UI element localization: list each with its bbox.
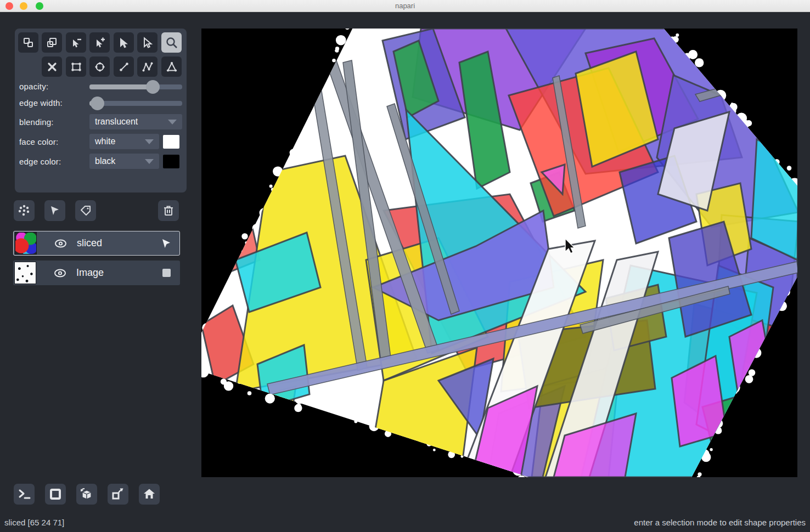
new-points-layer-icon [17, 203, 31, 218]
line-tool-icon [117, 60, 131, 73]
rectangle-tool-button[interactable] [66, 56, 86, 77]
image-layer-type-icon [160, 267, 173, 280]
zoom-icon [165, 36, 179, 50]
status-coordinates: sliced [65 24 71] [4, 518, 64, 527]
vertex-remove-button[interactable] [66, 32, 86, 53]
ellipse-tool-button[interactable] [89, 56, 110, 77]
ndisplay-toggle-button[interactable] [45, 484, 66, 505]
opacity-label: opacity: [19, 82, 48, 91]
chevron-down-icon [145, 139, 154, 144]
rectangle-tool-icon [70, 60, 83, 73]
layer-name: Image [76, 267, 104, 279]
move-front-icon [46, 36, 59, 49]
new-shapes-layer-button[interactable] [44, 200, 65, 221]
select-shapes-button[interactable] [114, 32, 134, 53]
console-icon [16, 486, 32, 502]
roll-dimensions-icon [78, 486, 95, 502]
blending-value: translucent [95, 117, 138, 127]
titlebar: napari [0, 0, 810, 12]
window-title: napari [0, 2, 810, 10]
face-color-label: face color: [19, 137, 58, 146]
vertex-remove-icon [70, 36, 83, 49]
console-button[interactable] [14, 484, 35, 505]
move-back-icon [22, 36, 35, 49]
polygon-tool-icon [165, 60, 178, 73]
visibility-eye-icon[interactable] [53, 239, 68, 248]
layer-name: sliced [77, 237, 102, 249]
move-front-button[interactable] [42, 32, 62, 53]
layer-thumbnail [14, 262, 36, 284]
delete-shape-icon [46, 60, 59, 73]
roll-dimensions-button[interactable] [76, 484, 97, 505]
edge-width-slider-handle[interactable] [91, 97, 104, 110]
layer-row-sliced[interactable]: sliced [13, 231, 180, 256]
vertex-insert-button[interactable] [89, 32, 110, 53]
visibility-eye-icon[interactable] [53, 268, 68, 278]
viewer-canvas[interactable] [201, 29, 797, 477]
layer-thumbnail [15, 232, 37, 254]
new-points-layer-button[interactable] [14, 200, 35, 221]
direct-select-icon [141, 36, 154, 49]
edge-color-dropdown[interactable]: black [89, 154, 159, 169]
opacity-slider[interactable] [89, 80, 182, 94]
chevron-down-icon [168, 120, 177, 124]
select-shapes-icon [117, 36, 131, 49]
new-labels-layer-button[interactable] [75, 200, 96, 221]
face-color-dropdown[interactable]: white [89, 134, 159, 149]
edge-width-slider[interactable] [89, 97, 182, 110]
delete-shape-button[interactable] [42, 56, 62, 77]
new-shapes-layer-icon [48, 203, 62, 218]
layer-row-image[interactable]: Image [13, 261, 180, 285]
pan-zoom-button[interactable] [161, 32, 182, 53]
vertex-insert-icon [93, 36, 106, 49]
path-tool-button[interactable] [137, 56, 158, 77]
delete-layer-icon [161, 203, 176, 218]
shapes-layer-type-icon [160, 237, 173, 250]
transpose-button[interactable] [108, 484, 128, 505]
direct-select-button[interactable] [137, 32, 158, 53]
line-tool-button[interactable] [114, 56, 134, 77]
move-back-button[interactable] [18, 32, 38, 53]
blending-label: blending: [19, 117, 54, 127]
new-labels-layer-icon [78, 203, 93, 218]
ndisplay-toggle-icon [48, 486, 63, 502]
edge-color-label: edge color: [19, 157, 61, 166]
polygon-tool-button[interactable] [161, 56, 182, 77]
ellipse-tool-icon [93, 60, 106, 73]
layer-controls-panel: opacity: edge width: blending: transluce… [15, 29, 187, 193]
opacity-slider-handle[interactable] [146, 80, 160, 94]
status-help-text: enter a selection mode to edit shape pro… [634, 518, 806, 527]
home-icon [142, 486, 157, 502]
delete-layer-button[interactable] [158, 200, 179, 221]
path-tool-icon [141, 60, 154, 73]
blending-dropdown[interactable]: translucent [89, 114, 182, 129]
canvas-svg [201, 29, 797, 477]
face-color-value: white [95, 137, 115, 146]
edge-width-label: edge width: [19, 98, 63, 107]
face-color-swatch[interactable] [163, 135, 179, 149]
edge-color-value: black [95, 156, 115, 166]
edge-color-swatch[interactable] [163, 155, 179, 168]
home-button[interactable] [139, 484, 160, 505]
opacity-slider-fill [89, 84, 153, 89]
transpose-icon [110, 486, 126, 502]
chevron-down-icon [145, 159, 154, 164]
